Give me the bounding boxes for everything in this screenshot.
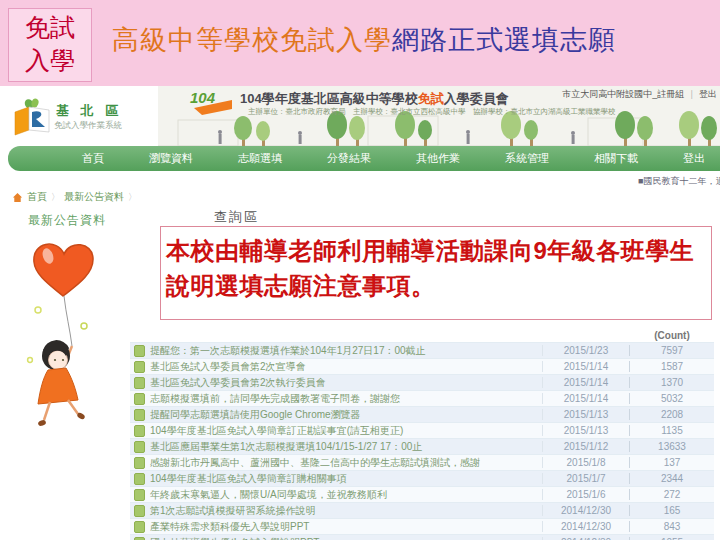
announcement-count: 7597 [629, 345, 714, 356]
count-column-header: (Count) [630, 330, 714, 341]
announcement-date: 2015/1/8 [542, 457, 629, 468]
document-icon [134, 361, 145, 373]
announcement-link[interactable]: 感謝新北市丹鳳高中、蘆洲國中、基隆二信高中的學生志願試填測試，感謝 [147, 456, 542, 470]
table-row[interactable]: 感謝新北市丹鳳高中、蘆洲國中、基隆二信高中的學生志願試填測試，感謝 2015/1… [130, 454, 714, 470]
announcement-link[interactable]: 104學年度基北區免試入學簡章訂正勘誤事宜(請互相更正) [147, 424, 542, 438]
nav-item[interactable]: 系統管理 [505, 146, 549, 171]
organizer-line: 主辦單位：臺北市政府教育局 主辦學校：臺北市立西松高級中學 協辦學校：臺北市立內… [248, 107, 616, 117]
table-row[interactable]: 提醒您：第一次志願模擬選填作業於104年1月27日17：00截止 2015/1/… [130, 342, 714, 358]
announcement-count: 1370 [629, 377, 714, 388]
document-icon [134, 457, 145, 469]
badge-line2: 入學 [9, 44, 91, 77]
breadcrumb-home[interactable]: 首頁 [27, 190, 47, 204]
announcement-link[interactable]: 產業特殊需求類科優先入學說明PPT [147, 520, 542, 534]
website-panel: 基 北 區 免試入學作業系統 [0, 86, 720, 540]
account-bar: 市立大同高中附設國中_註冊組｜登出 [562, 88, 717, 101]
breadcrumb-separator: 〉 [128, 191, 137, 204]
main-navigation: 首頁瀏覽資料志願選填分發結果其他作業系統管理相關下載登出 [8, 146, 720, 171]
slide-title-orange: 高級中等學校免試入學 [112, 25, 392, 55]
announcement-count: 843 [629, 521, 714, 532]
nav-item[interactable]: 志願選填 [238, 146, 282, 171]
nav-item[interactable]: 登出 [683, 146, 705, 171]
home-icon [12, 192, 23, 203]
table-header: (Count) [130, 328, 714, 342]
nav-item[interactable]: 相關下載 [594, 146, 638, 171]
document-icon [134, 425, 145, 437]
nav-item[interactable]: 首頁 [82, 146, 104, 171]
table-row[interactable]: 第1次志願試填模擬研習系統操作說明 2014/12/30 165 [130, 502, 714, 518]
nav-item[interactable]: 分發結果 [327, 146, 371, 171]
logout-link[interactable]: 登出 [699, 89, 717, 99]
document-icon [134, 489, 145, 501]
announcement-date: 2014/12/30 [542, 505, 629, 516]
announcement-link[interactable]: 基北區免試入學委員會第2次執行委員會 [147, 376, 542, 390]
girl-balloon-illustration [12, 234, 116, 446]
breadcrumb-separator: 〉 [51, 191, 60, 204]
announcement-count: 13633 [629, 441, 714, 452]
table-row[interactable]: 志願模擬選填前，請同學先完成國教署電子問卷，謝謝您 2015/1/14 5032 [130, 390, 714, 406]
table-row[interactable]: 104學年度基北區免試入學簡章訂購相關事項 2015/1/7 2344 [130, 470, 714, 486]
document-icon [134, 441, 145, 453]
document-icon [134, 345, 145, 357]
announcement-count: 137 [629, 457, 714, 468]
svg-text:104: 104 [190, 89, 216, 106]
account-name: 市立大同高中附設國中_註冊組 [562, 89, 684, 99]
announcement-link[interactable]: 國中技藝班學生優先免試入學說明PPT [147, 536, 542, 540]
query-section-title: 查詢區 [214, 208, 259, 226]
document-icon [134, 505, 145, 517]
table-row[interactable]: 產業特殊需求類科優先入學說明PPT 2014/12/30 843 [130, 518, 714, 534]
slide-title-navy: 網路正式選填志願 [392, 25, 616, 55]
site-logo-area: 基 北 區 免試入學作業系統 [8, 88, 158, 148]
announcement-date: 2014/12/30 [542, 521, 629, 532]
table-row[interactable]: 基北區免試入學委員會第2次宣導會 2015/1/14 1587 [130, 358, 714, 374]
announcement-count: 272 [629, 489, 714, 500]
table-body: 提醒您：第一次志願模擬選填作業於104年1月27日17：00截止 2015/1/… [130, 342, 714, 540]
announcement-count: 1135 [629, 425, 714, 436]
announcement-count: 165 [629, 505, 714, 516]
book-logo-icon [12, 98, 52, 136]
callout-text: 本校由輔導老師利用輔導活動課向9年級各班學生說明選填志願注意事項。 [166, 234, 706, 304]
committee-highlight: 免試 [418, 91, 444, 106]
callout-box: 本校由輔導老師利用輔導活動課向9年級各班學生說明選填志願注意事項。 [160, 226, 712, 320]
committee-post: 入學委員會 [444, 91, 509, 106]
committee-title: 104學年度基北區高級中等學校免試入學委員會 [240, 90, 509, 108]
document-icon [134, 409, 145, 421]
table-row[interactable]: 基北區免試入學委員會第2次執行委員會 2015/1/14 1370 [130, 374, 714, 390]
announcement-date: 2015/1/14 [542, 393, 629, 404]
year-104-logo-icon: 104 [188, 88, 236, 122]
announcement-link[interactable]: 第1次志願試填模擬研習系統操作說明 [147, 504, 542, 518]
announcement-date: 2015/1/14 [542, 377, 629, 388]
breadcrumb-current[interactable]: 最新公告資料 [64, 190, 124, 204]
announcement-link[interactable]: 年終歲末寒氣逼人，關懷U/A同學處境，並祝教務順利 [147, 488, 542, 502]
document-icon [134, 537, 145, 540]
document-icon [134, 473, 145, 485]
table-row[interactable]: 104學年度基北區免試入學簡章訂正勘誤事宜(請互相更正) 2015/1/13 1… [130, 422, 714, 438]
document-icon [134, 377, 145, 389]
announcement-link[interactable]: 基北區免試入學委員會第2次宣導會 [147, 360, 542, 374]
announcement-date: 2015/1/13 [542, 425, 629, 436]
announcement-count: 1587 [629, 361, 714, 372]
table-row[interactable]: 基北區應屆畢業生第1次志願模擬選填104/1/15-1/27 17：00止 20… [130, 438, 714, 454]
sidebar-item-announcements[interactable]: 最新公告資料 [28, 212, 106, 229]
nav-item[interactable]: 其他作業 [416, 146, 460, 171]
announcement-count: 2208 [629, 409, 714, 420]
announcement-date: 2015/1/6 [542, 489, 629, 500]
table-row[interactable]: 國中技藝班學生優先免試入學說明PPT 2014/12/30 1055 [130, 534, 714, 540]
document-icon [134, 393, 145, 405]
presentation-slide: 免試 入學 高級中等學校免試入學網路正式選填志願 基 北 區 免試入學作業系統 [0, 0, 720, 540]
account-divider: ｜ [687, 89, 696, 99]
top-right-note: ■國民教育十二年，適性揚才 [638, 175, 720, 188]
announcement-link[interactable]: 104學年度基北區免試入學簡章訂購相關事項 [147, 472, 542, 486]
site-banner: 104 104學年度基北區高級中等學校免試入學委員會 主辦單位：臺北市政府教育局… [158, 86, 720, 148]
region-name: 基 北 區 [56, 102, 122, 120]
nav-item[interactable]: 瀏覽資料 [149, 146, 193, 171]
announcement-link[interactable]: 提醒同學志願選填請使用Google Chrome瀏覽器 [147, 408, 542, 422]
announcement-date: 2015/1/13 [542, 409, 629, 420]
announcement-link[interactable]: 提醒您：第一次志願模擬選填作業於104年1月27日17：00截止 [147, 344, 542, 358]
committee-pre: 104學年度基北區高級中等學校 [240, 91, 418, 106]
table-row[interactable]: 年終歲末寒氣逼人，關懷U/A同學處境，並祝教務順利 2015/1/6 272 [130, 486, 714, 502]
announcement-link[interactable]: 志願模擬選填前，請同學先完成國教署電子問卷，謝謝您 [147, 392, 542, 406]
announcement-link[interactable]: 基北區應屆畢業生第1次志願模擬選填104/1/15-1/27 17：00止 [147, 440, 542, 454]
table-row[interactable]: 提醒同學志願選填請使用Google Chrome瀏覽器 2015/1/13 22… [130, 406, 714, 422]
slide-title: 高級中等學校免試入學網路正式選填志願 [112, 22, 616, 58]
